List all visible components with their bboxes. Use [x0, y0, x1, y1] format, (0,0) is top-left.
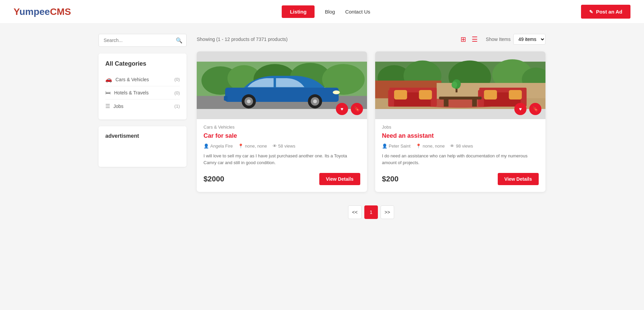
advertisment-title: advertisment: [105, 133, 180, 139]
card-2-views: 👁 98 views: [450, 143, 473, 149]
svg-point-13: [313, 99, 317, 103]
svg-rect-28: [388, 90, 394, 107]
card-1-price: $2000: [203, 175, 224, 183]
category-jobs[interactable]: ☰ Jobs (1): [105, 99, 180, 113]
items-select[interactable]: 12 items 24 items 49 items 96 items: [513, 34, 545, 45]
categories-box: All Categories 🚗 Cars & Vehicles (0) 🛏 H…: [99, 53, 187, 119]
card-1-body: Cars & Vehicles Car for sale 👤 Angela Fi…: [197, 119, 367, 192]
content-header: Showing (1 - 12 products of 7371 product…: [197, 34, 545, 45]
card-1-image: ♥ 🔖: [197, 51, 367, 119]
cards-grid: ♥ 🔖 Cars & Vehicles Car for sale 👤 Angel…: [197, 51, 545, 192]
svg-point-10: [247, 99, 251, 103]
card-1-description: I will love to sell my car as I have jus…: [203, 153, 360, 166]
card-2-view-details-button[interactable]: View Details: [498, 173, 539, 185]
next-page-button[interactable]: >>: [381, 205, 394, 219]
logo-rest: umpee: [19, 6, 50, 17]
logo[interactable]: YumpeeCMS: [14, 6, 71, 17]
eye-icon-2: 👁: [450, 143, 454, 149]
card-2-author-text: Peter Saint: [389, 143, 410, 149]
svg-rect-39: [484, 90, 497, 99]
post-ad-label: Post an Ad: [596, 9, 622, 15]
card-1-views-text: 58 views: [278, 143, 296, 149]
list-view-icon[interactable]: ☰: [470, 34, 479, 45]
card-1-location-text: none, none: [245, 143, 267, 149]
svg-point-14: [333, 90, 340, 94]
category-jobs-label: Jobs: [113, 104, 124, 109]
main-nav: Listing Blog Contact Us: [282, 5, 370, 18]
car-icon: 🚗: [105, 76, 112, 83]
content-area: Showing (1 - 12 products of 7371 product…: [197, 34, 545, 232]
grid-view-icon[interactable]: ⊞: [459, 34, 468, 45]
nav-listing[interactable]: Listing: [282, 5, 315, 18]
card-2-meta: 👤 Peter Saint 📍 none, none 👁 98 views: [382, 143, 539, 149]
svg-point-43: [452, 82, 457, 88]
eye-icon: 👁: [273, 143, 277, 149]
page-1-button[interactable]: 1: [364, 205, 378, 219]
svg-rect-37: [394, 90, 407, 99]
card-1-actions: ♥ 🔖: [336, 103, 363, 115]
card-1-meta: 👤 Angela Fire 📍 none, none 👁 58 views: [203, 143, 360, 149]
view-icons: ⊞ ☰: [459, 34, 479, 45]
main-container: 🔍 All Categories 🚗 Cars & Vehicles (0) 🛏…: [85, 34, 559, 232]
category-cars-label: Cars & Vehicles: [115, 77, 149, 82]
search-input[interactable]: [99, 34, 187, 47]
card-2-description: I do need an assistance who can help wit…: [382, 153, 539, 166]
card-2-heart-button[interactable]: ♥: [514, 103, 527, 115]
category-jobs-count: (1): [174, 104, 180, 109]
card-2-footer: $200 View Details: [382, 173, 539, 185]
hotel-icon: 🛏: [105, 90, 111, 96]
card-1-title[interactable]: Car for sale: [203, 132, 360, 139]
all-categories-title: All Categories: [105, 60, 180, 67]
advertisment-box: advertisment: [99, 126, 187, 167]
card-1-view-details-button[interactable]: View Details: [319, 173, 360, 185]
card-2-views-text: 98 views: [456, 143, 473, 149]
card-2-bookmark-button[interactable]: 🔖: [529, 103, 541, 115]
post-ad-button[interactable]: ✎ Post an Ad: [581, 5, 630, 19]
svg-rect-40: [509, 90, 522, 99]
category-cars-count: (0): [174, 77, 180, 82]
category-hotels[interactable]: 🛏 Hotels & Travels (0): [105, 86, 180, 99]
showing-text: Showing (1 - 12 products of 7371 product…: [197, 37, 288, 42]
view-controls: ⊞ ☰ Show Items 12 items 24 items 49 item…: [459, 34, 545, 45]
pagination: << 1 >>: [197, 205, 545, 232]
svg-rect-34: [439, 97, 482, 99]
category-cars[interactable]: 🚗 Cars & Vehicles (0): [105, 73, 180, 86]
nav-blog[interactable]: Blog: [325, 9, 335, 15]
location-icon: 📍: [238, 143, 243, 149]
person-icon: 👤: [203, 143, 209, 149]
person-icon-2: 👤: [382, 143, 387, 149]
logo-y: Y: [14, 6, 19, 17]
card-2-author: 👤 Peter Saint: [382, 143, 410, 149]
prev-page-button[interactable]: <<: [348, 205, 362, 219]
svg-rect-36: [472, 99, 477, 107]
header: YumpeeCMS Listing Blog Contact Us ✎ Post…: [0, 0, 644, 24]
card-2-image: ♥ 🔖: [375, 51, 545, 119]
card-1-heart-button[interactable]: ♥: [336, 103, 348, 115]
card-2-category: Jobs: [382, 125, 539, 130]
card-1-footer: $2000 View Details: [203, 173, 360, 185]
card-2-title[interactable]: Need an assistant: [382, 132, 539, 139]
edit-icon: ✎: [589, 9, 593, 15]
search-icon: 🔍: [176, 37, 183, 44]
card-1-views: 👁 58 views: [273, 143, 296, 149]
card-2-location-text: none, none: [423, 143, 445, 149]
card-1-author-text: Angela Fire: [210, 143, 233, 149]
card-1-bookmark-button[interactable]: 🔖: [351, 103, 363, 115]
show-items-control: Show Items 12 items 24 items 49 items 96…: [486, 34, 545, 45]
nav-contact-us[interactable]: Contact Us: [345, 9, 370, 15]
search-box: 🔍: [99, 34, 187, 47]
sidebar: 🔍 All Categories 🚗 Cars & Vehicles (0) 🛏…: [99, 34, 187, 232]
category-hotels-label: Hotels & Travels: [114, 90, 149, 95]
show-items-label: Show Items: [486, 37, 511, 42]
card-2-location: 📍 none, none: [416, 143, 445, 149]
svg-rect-15: [224, 96, 227, 101]
location-icon-2: 📍: [416, 143, 421, 149]
card-2-price: $200: [382, 175, 399, 183]
card-1-author: 👤 Angela Fire: [203, 143, 233, 149]
svg-rect-35: [444, 99, 449, 107]
card-1-category: Cars & Vehicles: [203, 125, 360, 130]
card-2-actions: ♥ 🔖: [514, 103, 541, 115]
jobs-icon: ☰: [105, 103, 110, 109]
card-1: ♥ 🔖 Cars & Vehicles Car for sale 👤 Angel…: [197, 51, 367, 192]
svg-rect-38: [419, 90, 432, 99]
